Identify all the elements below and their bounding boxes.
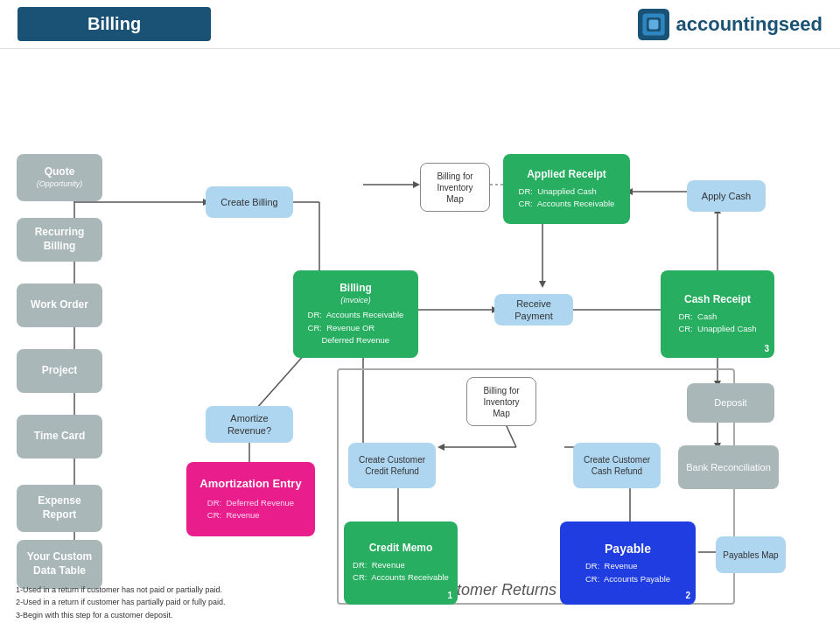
credit-memo-node: Credit Memo DR: Revenue CR: Accounts Rec…	[344, 522, 458, 605]
footnote-2: 2-Used in a return if customer has parti…	[16, 596, 226, 608]
receive-payment-node: Receive Payment	[494, 294, 573, 326]
deposit-node: Deposit	[687, 383, 774, 423]
apply-cash-node: Apply Cash	[687, 180, 766, 212]
custom-data-table-node: Your Custom Data Table	[17, 540, 102, 589]
billing-inventory-map-top-node: Billing for Inventory Map	[420, 163, 490, 212]
recurring-billing-node: Recurring Billing	[17, 218, 102, 262]
amortization-entry-node: Amortization Entry DR: Deferred Revenue …	[186, 462, 315, 536]
header-title: Billing	[88, 14, 141, 33]
svg-marker-11	[413, 181, 420, 188]
svg-marker-21	[539, 281, 546, 288]
applied-receipt-node: Applied Receipt DR: Unapplied Cash CR: A…	[503, 154, 630, 224]
project-node: Project	[17, 349, 102, 393]
header-title-box: Billing	[18, 7, 211, 41]
work-order-node: Work Order	[17, 284, 102, 327]
cash-receipt-node: Cash Receipt DR: Cash CR: Unapplied Cash…	[661, 270, 774, 358]
billing-inventory-map-bottom-node: Billing for Inventory Map	[466, 377, 536, 426]
create-billing-node: Create Billing	[206, 186, 293, 218]
footnote-3: 3-Begin with this step for a customer de…	[16, 609, 226, 621]
footnotes: 1-Used in a return if customer has not p…	[16, 584, 226, 621]
bank-reconciliation-node: Bank Reconciliation	[678, 445, 779, 489]
time-card-node: Time Card	[17, 415, 102, 458]
create-customer-cash-refund-node: Create Customer Cash Refund	[573, 443, 661, 488]
create-customer-credit-refund-node: Create Customer Credit Refund	[348, 443, 436, 488]
header: Billing accountingseed	[0, 0, 840, 49]
billing-main-node: Billing (Invoice) DR: Accounts Receivabl…	[293, 270, 418, 358]
logo-icon	[638, 9, 669, 40]
diagram: Customer Returns Quote (Opportunity) Rec…	[0, 49, 840, 626]
logo-text: accountingseed	[676, 13, 823, 36]
payable-node: Payable DR: Revenue CR: Accounts Payable…	[560, 522, 696, 605]
svg-rect-3	[648, 19, 658, 29]
payables-map-node: Payables Map	[716, 536, 786, 573]
logo-area: accountingseed	[638, 9, 823, 40]
quote-node: Quote (Opportunity)	[17, 154, 102, 201]
amortize-revenue-node: Amortize Revenue?	[206, 406, 293, 443]
expense-report-node: Expense Report	[17, 485, 102, 532]
footnote-1: 1-Used in a return if customer has not p…	[16, 584, 226, 596]
